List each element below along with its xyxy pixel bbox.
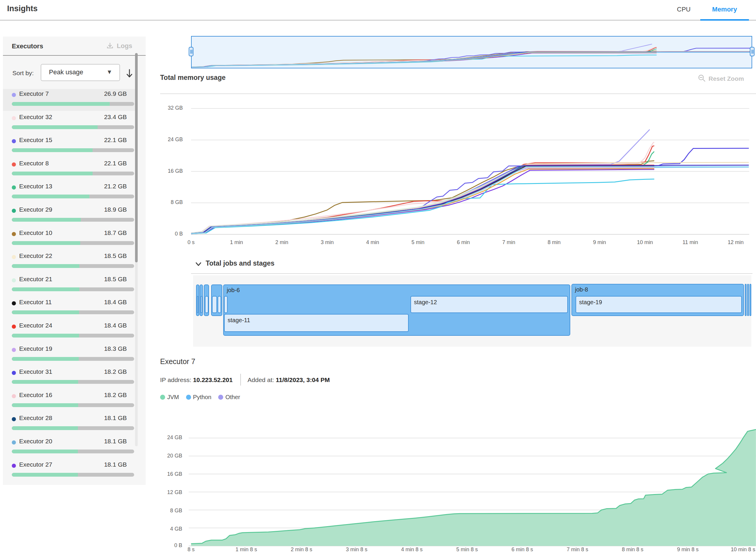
brush-handle-right[interactable]	[750, 47, 755, 56]
stage-bar[interactable]	[197, 296, 199, 313]
executor-usage-bar	[12, 241, 134, 245]
x-tick-label: 6 min 8 s	[506, 547, 538, 553]
executor-usage-bar	[12, 357, 134, 361]
executor-peak-value: 23.4 GB	[104, 113, 127, 121]
executor-list-item[interactable]: Executor 3118.2 GB	[3, 367, 137, 389]
memory-type-legend: JVM Python Other	[160, 394, 245, 401]
executor-usage-bar	[12, 218, 134, 222]
ip-address-label: IP address:	[160, 377, 192, 383]
executor-usage-bar	[12, 403, 134, 407]
executor-usage-bar-fill	[12, 310, 79, 314]
bar-label: stage-19	[579, 299, 602, 306]
executor-list-item[interactable]: Executor 1118.4 GB	[3, 298, 137, 319]
executor-list-item[interactable]: Executor 2818.1 GB	[3, 413, 137, 435]
executor-usage-bar	[12, 426, 134, 430]
bar-label: stage-11	[228, 317, 250, 324]
job-bar[interactable]	[745, 284, 747, 316]
executor-list-item[interactable]: Executor 1018.7 GB	[3, 228, 137, 250]
executor-peak-value: 18.1 GB	[104, 438, 127, 445]
executor-peak-value: 18.2 GB	[104, 368, 127, 375]
executor-name: Executor 13	[19, 183, 52, 190]
jvm-dot-icon	[160, 395, 165, 400]
executor-list-item[interactable]: Executor 2018.1 GB	[3, 437, 137, 458]
executor-dot-icon	[12, 278, 16, 283]
executor-peak-value: 18.9 GB	[104, 206, 127, 213]
download-logs-button[interactable]: Logs	[106, 42, 139, 51]
executor-dot-icon	[12, 394, 16, 398]
reset-zoom-label: Reset Zoom	[708, 75, 744, 82]
stage-bar-stage-19[interactable]: stage-19	[576, 296, 742, 313]
bar-label: stage-12	[414, 299, 437, 306]
sort-select[interactable]: Peak usage ▼	[41, 64, 120, 81]
executor-list-item[interactable]: Executor 2718.1 GB	[3, 460, 137, 482]
x-tick-label: 7 min	[493, 239, 525, 246]
executor-list-item[interactable]: Executor 1321.2 GB	[3, 181, 137, 204]
executor-name: Executor 20	[19, 438, 52, 445]
executor-dot-icon	[12, 209, 16, 213]
job-bar[interactable]	[747, 284, 749, 316]
executor-detail-info: IP address: 10.223.52.201 Added at: 11/8…	[160, 374, 330, 384]
executor-list-item[interactable]: Executor 3223.4 GB	[3, 112, 137, 134]
executor-usage-bar-fill	[12, 288, 79, 291]
sort-direction-button[interactable]	[126, 68, 133, 78]
executor-name: Executor 31	[19, 368, 52, 375]
zoom-brush-chart[interactable]	[191, 36, 752, 68]
y-tick-label: 24 GB	[160, 434, 182, 441]
divider	[160, 93, 756, 94]
bar-label: job-6	[227, 287, 240, 294]
executor-list-item[interactable]: Executor 2218.5 GB	[3, 251, 137, 273]
executors-panel-title: Executors	[12, 43, 43, 50]
executor-usage-bar	[12, 125, 134, 129]
executor-dot-icon	[12, 116, 16, 120]
x-tick-label: 4 min	[357, 239, 389, 246]
y-tick-label: 0 B	[161, 231, 183, 237]
executor-name: Executor 27	[19, 461, 52, 468]
divider	[3, 55, 146, 56]
executor-peak-value: 22.1 GB	[104, 160, 127, 167]
executor-list-item[interactable]: Executor 2418.4 GB	[3, 321, 137, 342]
stage-bar-stage-11[interactable]: stage-11	[224, 314, 409, 332]
tab-cpu[interactable]: CPU	[667, 0, 700, 21]
job-bar[interactable]	[750, 284, 751, 316]
x-tick-label: 5 min	[402, 239, 434, 246]
executor-list-item[interactable]: Executor 2118.5 GB	[3, 274, 137, 296]
x-tick-label: 12 min	[720, 239, 752, 246]
stage-bar[interactable]	[205, 296, 209, 313]
executor-name: Executor 15	[19, 137, 52, 144]
x-tick-label: 2 min 8 s	[285, 547, 317, 553]
executor-list-item[interactable]: Executor 1618.2 GB	[3, 390, 137, 412]
sort-by-label: Sort by:	[12, 70, 33, 77]
executor-list-item[interactable]: Executor 2918.9 GB	[3, 205, 137, 227]
python-dot-icon	[186, 395, 191, 400]
y-tick-label: 12 GB	[160, 489, 182, 495]
stage-bar-stage-12[interactable]: stage-12	[410, 296, 568, 313]
y-tick-label: 16 GB	[160, 471, 182, 477]
brush-handle-left[interactable]	[189, 47, 194, 56]
reset-zoom-button[interactable]: Reset Zoom	[698, 74, 754, 84]
scrollbar-thumb[interactable]	[135, 53, 138, 262]
executor-name: Executor 22	[19, 252, 52, 259]
y-tick-label: 8 GB	[160, 507, 182, 514]
arrow-down-icon	[126, 68, 133, 78]
stage-bar[interactable]	[212, 296, 217, 313]
executor-usage-bar-fill	[12, 403, 78, 407]
executor-list-item[interactable]: Executor 822.1 GB	[3, 159, 137, 180]
divider	[191, 273, 752, 274]
executor-usage-bar-fill	[12, 148, 93, 152]
zoom-out-icon	[698, 74, 706, 83]
executor-list-item[interactable]: Executor 726.9 GB	[3, 89, 137, 111]
tab-memory[interactable]: Memory	[700, 0, 749, 21]
chevron-down-icon	[196, 262, 201, 266]
x-tick-label: 8 min 8 s	[616, 547, 649, 553]
executor-list-item[interactable]: Executor 1918.3 GB	[3, 344, 137, 366]
stage-bar[interactable]	[218, 296, 221, 313]
bar-label: job-8	[575, 286, 588, 293]
stage-bar[interactable]	[224, 296, 228, 313]
y-tick-label: 24 GB	[161, 137, 183, 143]
stage-bar[interactable]	[201, 296, 202, 313]
section-title-total-memory: Total memory usage	[160, 74, 226, 82]
jobs-section-header[interactable]: Total jobs and stages	[196, 259, 275, 269]
executor-list-item[interactable]: Executor 1522.1 GB	[3, 135, 137, 157]
executor-usage-bar	[12, 102, 134, 106]
y-tick-label: 16 GB	[161, 168, 183, 174]
